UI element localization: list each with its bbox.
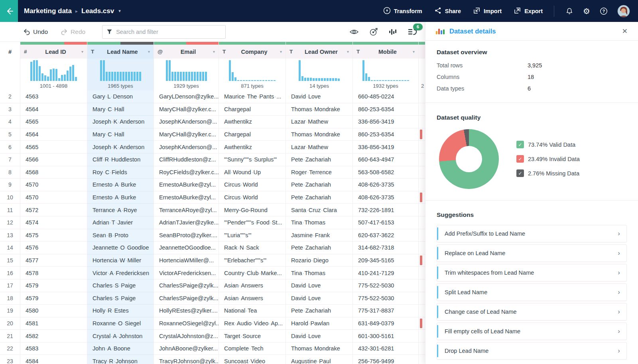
- table-cell-owner[interactable]: Thomas·Mondrake: [286, 103, 352, 116]
- row-number[interactable]: 4: [0, 116, 20, 128]
- breadcrumb-file[interactable]: Leads.csv: [81, 7, 114, 15]
- suggestion-card[interactable]: Split Lead Name›: [437, 283, 627, 301]
- row-number[interactable]: 14: [0, 242, 20, 254]
- table-cell-owner[interactable]: Tina·Thomas: [286, 267, 352, 279]
- column-histogram-mobile[interactable]: 1932 types: [353, 59, 418, 91]
- table-cell-email[interactable]: HollyREstes@zylker....: [154, 305, 219, 317]
- table-cell-email[interactable]: CrystalAJohnston@z...: [154, 330, 219, 342]
- row-number[interactable]: 7: [0, 153, 20, 166]
- table-cell-mobile[interactable]: 408-626-3735: [353, 179, 418, 191]
- suggestion-card[interactable]: Replace on Lead Name›: [437, 244, 627, 262]
- table-cell-owner[interactable]: Thomas·Mondrake: [286, 342, 352, 355]
- table-cell-lead_name[interactable]: Charles·S·Paige: [87, 279, 154, 292]
- row-number[interactable]: 21: [0, 330, 20, 342]
- settings-gear-icon[interactable]: ⚙: [583, 7, 590, 15]
- back-button[interactable]: [0, 0, 18, 22]
- table-cell-lead_name[interactable]: Mary·C·Hall: [87, 103, 154, 116]
- table-cell-lead_id[interactable]: 4582: [20, 330, 87, 342]
- table-cell-company[interactable]: Rack·N·Sack: [219, 242, 286, 254]
- table-cell-owner[interactable]: Thomas·Mondrake: [286, 128, 352, 141]
- table-cell-email[interactable]: CliffRHuddleston@z...: [154, 153, 219, 166]
- quality-legend-item[interactable]: ✓73.74% Valid Data: [516, 141, 580, 148]
- share-button[interactable]: Share: [434, 7, 461, 16]
- preview-eye-icon[interactable]: [349, 28, 359, 36]
- breadcrumb-project[interactable]: Marketing data: [24, 7, 72, 15]
- table-cell-company[interactable]: Circus·World: [219, 179, 286, 191]
- table-cell-company[interactable]: Asian·Answers: [219, 279, 286, 292]
- table-cell-mobile[interactable]: 408-626-3735: [353, 191, 418, 204]
- suggestion-card[interactable]: Change case of Lead Name›: [437, 303, 627, 321]
- table-cell-lead_name[interactable]: Adrian·T·Javier: [87, 216, 154, 229]
- table-cell-mobile[interactable]: 860-253-6354: [353, 128, 418, 141]
- row-number[interactable]: 3: [0, 103, 20, 116]
- chevron-down-icon[interactable]: ▾: [118, 8, 121, 14]
- table-cell-mobile[interactable]: 256-756-9499: [353, 355, 418, 364]
- close-icon[interactable]: ✕: [622, 28, 628, 35]
- column-menu-icon[interactable]: ▾: [213, 49, 215, 54]
- table-cell-mobile[interactable]: 732-226-1891: [353, 204, 418, 216]
- table-cell-company[interactable]: "'Erlebacher""'s'": [219, 254, 286, 267]
- row-number[interactable]: 6: [0, 141, 20, 153]
- table-cell-owner[interactable]: Roger·Terrence: [286, 166, 352, 179]
- column-header-email[interactable]: @Email▾: [154, 45, 219, 59]
- table-cell-lead_name[interactable]: John·A·Boone: [87, 342, 154, 355]
- table-cell-owner[interactable]: Lazar·Mathew: [286, 141, 352, 153]
- quality-legend-item[interactable]: ✓23.49% Invalid Data: [516, 155, 580, 163]
- table-cell-lead_name[interactable]: Roxanne·O·Siegel: [87, 317, 154, 330]
- column-header-lead_id[interactable]: #Lead ID▾: [20, 45, 87, 59]
- row-number[interactable]: 8: [0, 166, 20, 179]
- table-cell-mobile[interactable]: 336-856-3419: [353, 141, 418, 153]
- table-cell-mobile[interactable]: 563-508-6582: [353, 166, 418, 179]
- table-cell-lead_id[interactable]: 4584: [20, 355, 87, 364]
- table-cell-owner[interactable]: David·Love: [286, 279, 352, 292]
- table-cell-lead_name[interactable]: Tracy·R·Johnson: [87, 355, 154, 364]
- table-cell-lead_name[interactable]: Roy·C·Fields: [87, 166, 154, 179]
- table-cell-mobile[interactable]: 410-241-7129: [353, 267, 418, 279]
- row-number[interactable]: 2: [0, 91, 20, 103]
- table-cell-email[interactable]: AdrianTJavier@zylke...: [154, 216, 219, 229]
- row-number[interactable]: 17: [0, 279, 20, 292]
- column-menu-icon[interactable]: ▾: [81, 49, 83, 54]
- user-avatar[interactable]: [617, 5, 630, 18]
- undo-button[interactable]: Undo: [23, 28, 48, 35]
- table-cell-email[interactable]: RoyCFields@zylker.c...: [154, 166, 219, 179]
- column-histogram-owner[interactable]: 14 types: [286, 59, 352, 91]
- table-cell-lead_name[interactable]: Holly·R·Estes: [87, 305, 154, 317]
- table-cell-email[interactable]: HortenciaWMiller@...: [154, 254, 219, 267]
- table-cell-mobile[interactable]: 775-317-8837: [353, 305, 418, 317]
- checkbox-checked-icon[interactable]: ✓: [516, 169, 524, 177]
- help-icon[interactable]: ?: [600, 7, 608, 15]
- table-cell-lead_id[interactable]: 4570: [20, 179, 87, 191]
- table-cell-lead_name[interactable]: Joseph·K·Anderson: [87, 116, 154, 128]
- table-cell-company[interactable]: Circus·World: [219, 191, 286, 204]
- table-cell-lead_name[interactable]: Crystal·A·Johnston: [87, 330, 154, 342]
- column-histogram-lead_name[interactable]: 1965 types: [87, 59, 154, 91]
- table-cell-lead_id[interactable]: 4579: [20, 292, 87, 305]
- table-cell-lead_id[interactable]: 4568: [20, 166, 87, 179]
- column-stats-icon[interactable]: [388, 28, 397, 36]
- column-menu-icon[interactable]: ▾: [148, 49, 150, 54]
- table-cell-lead_name[interactable]: Sean·B·Proto: [87, 229, 154, 242]
- row-number[interactable]: 22: [0, 342, 20, 355]
- table-cell-owner[interactable]: Pete·Zachariah: [286, 179, 352, 191]
- table-cell-lead_name[interactable]: Ernesto·A·Burke: [87, 179, 154, 191]
- table-cell-company[interactable]: Country·Club·Marke...: [219, 267, 286, 279]
- table-cell-owner[interactable]: Rozario·Diego: [286, 254, 352, 267]
- table-cell-mobile[interactable]: 660-643-4947: [353, 153, 418, 166]
- table-cell-email[interactable]: JosephKAnderson@...: [154, 116, 219, 128]
- table-cell-owner[interactable]: Augustine·Paul: [286, 355, 352, 364]
- row-number[interactable]: 9: [0, 179, 20, 191]
- table-cell-lead_id[interactable]: 4565: [20, 141, 87, 153]
- table-cell-lead_name[interactable]: Jeannette·O·Goodloe: [87, 242, 154, 254]
- column-histogram-email[interactable]: 1929 types: [154, 59, 219, 91]
- row-number[interactable]: 15: [0, 254, 20, 267]
- table-cell-email[interactable]: CharlesSPaige@zylk...: [154, 279, 219, 292]
- table-cell-lead_id[interactable]: 4563: [20, 91, 87, 103]
- table-cell-lead_id[interactable]: 4578: [20, 267, 87, 279]
- table-cell-lead_name[interactable]: Gary·L·Denson: [87, 91, 154, 103]
- export-button[interactable]: Export: [514, 7, 543, 16]
- checkbox-checked-icon[interactable]: ✓: [516, 155, 524, 163]
- table-cell-lead_name[interactable]: Ernesto·A·Burke: [87, 191, 154, 204]
- table-cell-lead_id[interactable]: 4580: [20, 305, 87, 317]
- goal-target-icon[interactable]: [369, 28, 378, 36]
